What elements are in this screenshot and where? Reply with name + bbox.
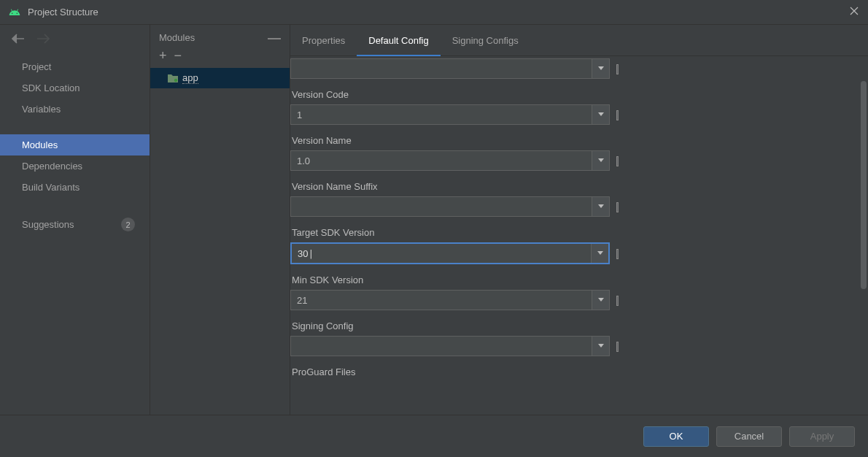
tab-properties[interactable]: Properties	[290, 35, 357, 55]
sidebar-item-label: Modules	[22, 139, 58, 150]
field-signing-config[interactable]	[290, 336, 610, 356]
window-title: Project Structure	[28, 7, 98, 18]
module-item-app[interactable]: app	[150, 68, 290, 88]
remove-module-button[interactable]: −	[174, 50, 182, 61]
scrollbar-thumb[interactable]	[861, 81, 867, 289]
modules-header-label: Modules	[159, 32, 195, 43]
field-app-id-suffix[interactable]	[290, 58, 610, 79]
label-version-code: Version Code	[290, 89, 856, 100]
row-min-sdk: Min SDK Version 21 []	[290, 274, 856, 310]
sidebar-item-dependencies[interactable]: Dependencies	[0, 155, 150, 177]
sidebar-item-project[interactable]: Project	[0, 56, 150, 77]
button-bar: OK Cancel Apply	[0, 415, 868, 457]
row-version-name-suffix: Version Name Suffix []	[290, 181, 856, 217]
tab-signing-configs[interactable]: Signing Configs	[441, 35, 530, 55]
nav-arrows	[0, 25, 150, 56]
scrollbar[interactable]	[859, 77, 867, 415]
left-panel: Project SDK Location Variables Modules D…	[0, 25, 150, 415]
chevron-down-icon[interactable]	[592, 291, 609, 310]
chevron-down-icon[interactable]	[592, 197, 609, 216]
sidebar-item-label: Project	[22, 61, 51, 72]
close-icon[interactable]	[849, 6, 859, 18]
modules-panel: Modules — + − app	[150, 25, 290, 415]
field-version-code[interactable]: 1	[290, 104, 610, 125]
field-extra-icon[interactable]: []	[616, 109, 617, 120]
field-extra-icon[interactable]: []	[616, 63, 617, 74]
back-icon[interactable]	[12, 34, 25, 46]
label-version-name: Version Name	[290, 135, 856, 146]
module-name: app	[182, 72, 198, 84]
folder-icon	[168, 74, 178, 82]
label-proguard: ProGuard Files	[290, 366, 856, 377]
row-target-sdk: Target SDK Version 30| []	[290, 227, 856, 264]
sidebar-item-label: Build Variants	[22, 182, 80, 193]
content-panel: Properties Default Config Signing Config…	[290, 25, 868, 415]
label-min-sdk: Min SDK Version	[290, 274, 856, 285]
chevron-down-icon[interactable]	[592, 337, 609, 356]
row-app-id-suffix: Application ID Suffix []	[290, 56, 856, 79]
field-extra-icon[interactable]: []	[616, 155, 617, 166]
row-signing-config: Signing Config []	[290, 320, 856, 356]
titlebar: Project Structure	[0, 0, 868, 25]
chevron-down-icon[interactable]	[592, 59, 609, 78]
field-extra-icon[interactable]: []	[616, 340, 617, 352]
row-proguard: ProGuard Files	[290, 366, 856, 377]
apply-button[interactable]: Apply	[789, 426, 855, 447]
field-min-sdk[interactable]: 21	[290, 290, 610, 310]
cancel-button[interactable]: Cancel	[716, 426, 782, 447]
suggestions-badge: 2	[121, 218, 135, 231]
sidebar-item-label: Dependencies	[22, 161, 82, 172]
field-extra-icon[interactable]: []	[616, 294, 617, 306]
tabs: Properties Default Config Signing Config…	[290, 25, 868, 56]
sidebar-item-suggestions[interactable]: Suggestions 2	[0, 212, 150, 237]
label-target-sdk: Target SDK Version	[290, 227, 856, 238]
ok-button[interactable]: OK	[643, 426, 709, 447]
chevron-down-icon[interactable]	[592, 105, 609, 124]
tab-default-config[interactable]: Default Config	[357, 35, 440, 56]
field-extra-icon[interactable]: []	[616, 201, 617, 212]
chevron-down-icon[interactable]	[592, 151, 609, 170]
chevron-down-icon[interactable]	[591, 244, 608, 263]
field-target-sdk[interactable]: 30|	[290, 242, 610, 264]
forward-icon[interactable]	[36, 34, 50, 46]
field-version-name[interactable]: 1.0	[290, 150, 610, 171]
field-version-name-suffix[interactable]	[290, 196, 610, 217]
sidebar-item-label: Suggestions	[22, 219, 74, 230]
sidebar-item-build-variants[interactable]: Build Variants	[0, 177, 150, 198]
collapse-icon[interactable]: —	[268, 34, 281, 42]
add-module-button[interactable]: +	[159, 50, 167, 61]
android-icon	[9, 7, 20, 18]
field-extra-icon[interactable]: []	[616, 247, 617, 259]
sidebar-item-variables[interactable]: Variables	[0, 99, 150, 120]
row-version-name: Version Name 1.0 []	[290, 135, 856, 171]
sidebar-item-label: Variables	[22, 104, 61, 115]
sidebar-item-label: SDK Location	[22, 82, 80, 93]
row-version-code: Version Code 1 []	[290, 89, 856, 125]
sidebar-item-modules[interactable]: Modules	[0, 134, 150, 155]
label-version-name-suffix: Version Name Suffix	[290, 181, 856, 192]
svg-point-0	[174, 79, 177, 82]
label-signing-config: Signing Config	[290, 320, 856, 331]
sidebar-item-sdk-location[interactable]: SDK Location	[0, 77, 150, 99]
